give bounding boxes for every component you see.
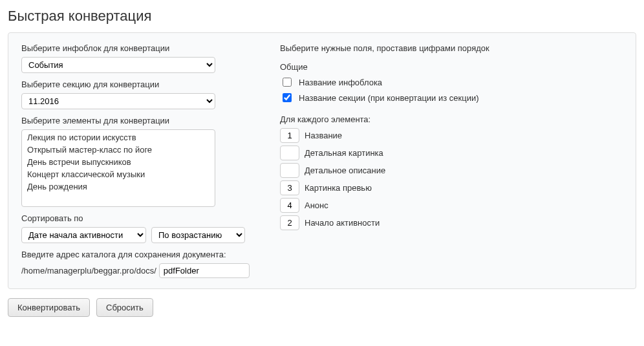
page-title: Быстрая конвертация bbox=[8, 8, 636, 25]
field-label: Детальная картинка bbox=[305, 148, 383, 158]
folder-input[interactable] bbox=[159, 263, 250, 278]
field-label: Название секции (при конвертации из секц… bbox=[299, 93, 479, 103]
order-input[interactable] bbox=[280, 198, 299, 213]
per-element-group-title: Для каждого элемента: bbox=[280, 114, 623, 124]
order-input[interactable] bbox=[280, 180, 299, 195]
common-field-row: Название инфоблока bbox=[280, 76, 623, 89]
checkbox-section-name[interactable] bbox=[283, 93, 292, 102]
order-input[interactable] bbox=[280, 163, 299, 178]
list-item[interactable]: Лекция по истории искусств bbox=[22, 131, 215, 144]
convert-button[interactable]: Конвертировать bbox=[8, 298, 90, 317]
order-input[interactable] bbox=[280, 215, 299, 230]
sort-field-select[interactable]: Дате начала активности bbox=[21, 227, 146, 243]
per-element-row: Детальная картинка bbox=[280, 146, 623, 160]
field-label: Название инфоблока bbox=[299, 78, 382, 87]
sort-label: Сортировать по bbox=[21, 213, 254, 223]
list-item[interactable]: День рождения bbox=[22, 180, 215, 193]
per-element-row: Название bbox=[280, 128, 623, 143]
order-input[interactable] bbox=[280, 128, 299, 143]
per-element-row: Детальное описание bbox=[280, 163, 623, 178]
list-item[interactable]: Открытый мастер-класс по йоге bbox=[22, 144, 215, 156]
sort-direction-select[interactable]: По возрастанию bbox=[151, 227, 245, 243]
list-item[interactable]: Концерт классической музыки bbox=[22, 168, 215, 180]
list-item[interactable]: День встречи выпускников bbox=[22, 156, 215, 168]
common-group-title: Общие bbox=[280, 62, 623, 72]
right-column: Выберите нужные поля, проставив цифрами … bbox=[280, 43, 623, 278]
section-label: Выберите секцию для конвертации bbox=[21, 80, 254, 89]
per-element-row: Анонс bbox=[280, 198, 623, 213]
left-column: Выберите инфоблок для конвертации Событи… bbox=[21, 43, 254, 278]
infoblock-label: Выберите инфоблок для конвертации bbox=[21, 43, 254, 53]
order-input[interactable] bbox=[280, 146, 299, 160]
field-label: Начало активности bbox=[305, 218, 380, 228]
field-label: Детальное описание bbox=[305, 166, 385, 175]
elements-label: Выберите элементы для конвертации bbox=[21, 116, 254, 125]
section-select[interactable]: 11.2016 bbox=[21, 93, 215, 109]
fields-instruction: Выберите нужные поля, проставив цифрами … bbox=[280, 43, 623, 53]
infoblock-select[interactable]: События bbox=[21, 57, 215, 73]
reset-button[interactable]: Сбросить bbox=[96, 298, 153, 317]
common-field-row: Название секции (при конвертации из секц… bbox=[280, 91, 623, 104]
path-label: Введите адрес каталога для сохранения до… bbox=[21, 250, 254, 259]
button-bar: Конвертировать Сбросить bbox=[8, 298, 636, 317]
elements-multiselect[interactable]: Лекция по истории искусств Открытый маст… bbox=[21, 129, 215, 207]
field-label: Название bbox=[305, 131, 342, 140]
checkbox-infoblock-name[interactable] bbox=[283, 78, 292, 87]
main-panel: Выберите инфоблок для конвертации Событи… bbox=[8, 32, 636, 289]
per-element-row: Начало активности bbox=[280, 215, 623, 230]
field-label: Картинка превью bbox=[305, 183, 372, 193]
path-prefix: /home/managerplu/beggar.pro/docs/ bbox=[21, 266, 156, 276]
per-element-row: Картинка превью bbox=[280, 180, 623, 195]
field-label: Анонс bbox=[305, 200, 328, 210]
